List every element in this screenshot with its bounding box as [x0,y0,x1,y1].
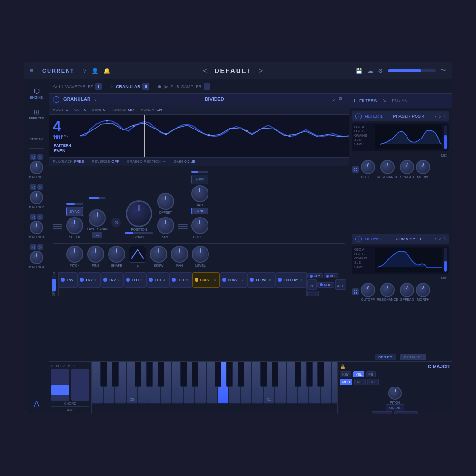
sub-tab[interactable]: SUB [170,84,179,89]
black-key-9[interactable] [226,362,233,387]
black-key-2[interactable] [112,362,119,387]
pitch-knob[interactable] [66,246,83,263]
macro-2-left-arrow[interactable]: ◁ [30,184,36,190]
filter2-spread-knob[interactable] [400,283,414,297]
sync-button[interactable]: SYNC [66,207,83,216]
key-mod-btn[interactable]: KEY [307,273,323,278]
macro-1-right-arrow[interactable]: ▷ [37,154,43,160]
lfo3-mod-item[interactable]: LFO 3 [124,272,147,288]
help-icon[interactable]: ? [83,68,87,74]
fm-am-tab[interactable]: FM / AM [392,99,408,103]
aft-btn[interactable]: AFT [354,379,365,385]
filter2-info-btn[interactable]: i [355,236,362,242]
filter1-power-icon[interactable]: ⌇ [444,114,446,119]
layer-span-knob[interactable] [89,209,106,227]
layer-span-arrows[interactable]: ↔ [92,232,102,238]
filter1-info-btn[interactable]: i [355,113,362,119]
pan-knob[interactable] [171,246,188,263]
mono-button[interactable]: MONO [372,411,392,414]
filter2-resonance-knob[interactable] [380,283,395,297]
filter1-cutoff-knob[interactable] [361,160,375,174]
legato-button[interactable]: LEGATO [394,411,418,414]
filter2-grid-btn[interactable] [352,288,359,295]
series-btn[interactable]: SERIES [375,354,396,360]
macro-3-knob[interactable] [30,221,43,234]
macro-3-left-arrow[interactable]: ◁ [30,214,36,220]
speed-knob[interactable] [66,217,83,234]
mod-slider[interactable] [71,369,90,401]
macro-1-left-arrow[interactable]: ◁ [30,154,36,160]
glide-button[interactable]: GLIDE [386,404,404,411]
macro-4-left-arrow[interactable]: ◁ [30,244,36,250]
spray-slider[interactable] [125,232,153,234]
wave-icon[interactable]: 〜 [440,67,446,75]
position-knob[interactable] [126,200,152,227]
off-mod-btn[interactable]: OFF [307,291,319,296]
filter1-prev-btn[interactable]: ‹ [435,114,436,119]
granular-settings-btn[interactable]: ⚙ [338,96,345,103]
cutoff-knob[interactable] [191,217,208,234]
amp-slider[interactable] [52,274,56,291]
macro-4-knob[interactable] [30,251,43,264]
save-icon[interactable]: 💾 [356,68,363,74]
black-key-4[interactable] [146,362,153,387]
filter1-mix-slider[interactable] [444,125,447,149]
filters-tab[interactable]: FILTERS [359,99,377,103]
sine-wave-icon[interactable]: ∿ [53,83,57,89]
macro-4-right-arrow[interactable]: ▷ [37,244,43,250]
hpf-button[interactable]: HPF [191,175,208,184]
granular-info-btn[interactable]: i [53,96,60,103]
curve7-mod-item[interactable]: CURVE 7 [220,272,248,288]
black-key-10[interactable] [238,362,244,387]
black-key-7[interactable] [192,362,198,387]
macro-2-knob[interactable] [30,191,43,204]
parallel-btn[interactable]: PARALLEL [400,354,426,360]
offset-knob[interactable] [157,193,174,210]
sampler-tab[interactable]: SAMPLER [181,84,202,89]
curve6-mod-item[interactable]: CURVE 6 [192,272,220,288]
black-key-13[interactable] [295,362,301,387]
granular-next-btn[interactable]: › [333,96,335,103]
filter1-next-btn[interactable]: › [439,114,441,119]
lfo4-mod-item[interactable]: LFO 4 [147,272,169,288]
filter1-resonance-knob[interactable] [380,160,395,174]
granular-prev-btn[interactable]: ‹ [94,96,96,103]
filter2-power-icon[interactable]: ⌇ [444,236,446,241]
settings-icon[interactable]: ⚙ [378,68,383,74]
rate-knob[interactable] [191,185,208,202]
shape-knob[interactable] [108,246,125,263]
next-preset-button[interactable]: > [259,67,263,75]
macro-2-right-arrow[interactable]: ▷ [37,184,43,190]
sidebar-stream-btn[interactable]: ≣ STREAM [27,125,46,144]
pb-btn[interactable]: PB [366,371,375,377]
white-key-22[interactable] [332,362,337,404]
wavetables-tab[interactable]: WAVETABLES [65,84,93,89]
filter2-mix-slider[interactable] [444,248,447,272]
rate-sync-btn[interactable]: SYNC [191,208,208,214]
env-mod-item[interactable]: ENV [59,272,78,288]
prev-preset-button[interactable]: < [203,67,207,75]
black-key-11[interactable] [260,362,267,387]
vel-btn[interactable]: VEL [353,371,364,377]
black-key-8[interactable] [215,362,221,387]
follow9-mod-item[interactable]: FOLLOW 9 [276,272,306,288]
wavetables-pause-btn[interactable]: ⏸ [95,83,102,90]
link-icon[interactable]: ⊙ [111,218,121,227]
sidebar-engine-btn[interactable]: ⬡ ENGINE [27,83,46,102]
pb-mod-btn[interactable]: PB [307,279,317,290]
filter2-next-btn[interactable]: › [439,236,441,241]
off-btn[interactable]: OFF [367,379,379,385]
black-key-12[interactable] [272,362,278,387]
lock-icon[interactable]: 🔒 [340,364,346,369]
granular-pause-btn[interactable]: ⏸ [142,83,149,90]
sampler-pause-btn[interactable]: ⏸ [204,83,210,90]
black-key-1[interactable] [100,362,107,387]
black-key-14[interactable] [306,362,313,387]
fine-knob[interactable] [87,246,104,263]
filter2-prev-btn[interactable]: ‹ [435,236,436,241]
env1-mod-item[interactable]: ENV 1 [78,272,100,288]
filter1-spread-knob[interactable] [400,160,414,174]
filter1-grid-btn[interactable] [352,166,359,173]
key-btn[interactable]: KEY [340,371,351,377]
size-knob[interactable] [157,217,174,234]
